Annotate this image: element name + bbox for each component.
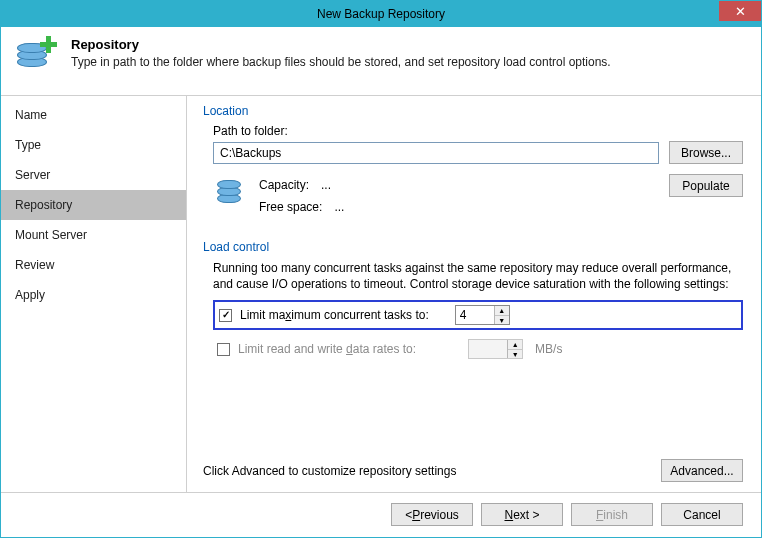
close-button[interactable]: ✕ [719, 1, 761, 21]
page-subtitle: Type in path to the folder where backup … [71, 55, 611, 69]
wizard-steps-sidebar: Name Type Server Repository Mount Server… [1, 96, 187, 492]
load-control-description: Running too many concurrent tasks agains… [213, 260, 743, 292]
freespace-value: ... [334, 200, 344, 214]
page-title: Repository [71, 37, 611, 52]
wizard-window: New Backup Repository ✕ Repository Type … [0, 0, 762, 538]
cancel-button[interactable]: Cancel [661, 503, 743, 526]
browse-button[interactable]: Browse... [669, 141, 743, 164]
wizard-footer: < Previous Next > Finish Cancel [1, 492, 761, 536]
path-input[interactable] [213, 142, 659, 164]
sidebar-item-server[interactable]: Server [1, 160, 186, 190]
sidebar-item-review[interactable]: Review [1, 250, 186, 280]
spinner-down-icon[interactable]: ▼ [495, 316, 509, 325]
limit-rate-input [469, 340, 507, 358]
sidebar-item-name[interactable]: Name [1, 100, 186, 130]
next-button[interactable]: Next > [481, 503, 563, 526]
capacity-value: ... [321, 178, 331, 192]
sidebar-item-type[interactable]: Type [1, 130, 186, 160]
repository-icon [15, 37, 59, 81]
limit-rate-spinner: ▲ ▼ [468, 339, 523, 359]
load-control-group-label: Load control [203, 240, 743, 254]
limit-tasks-input[interactable] [456, 306, 494, 324]
location-group-label: Location [203, 104, 743, 118]
wizard-content: Location Path to folder: Browse... Capac… [187, 96, 761, 492]
storage-icon [217, 178, 243, 206]
wizard-header: Repository Type in path to the folder wh… [1, 27, 761, 96]
limit-tasks-row: Limit maximum concurrent tasks to: ▲ ▼ [213, 300, 743, 330]
advanced-button[interactable]: Advanced... [661, 459, 743, 482]
spinner-down-icon: ▼ [508, 350, 522, 359]
capacity-label: Capacity: [259, 178, 309, 192]
sidebar-item-mount-server[interactable]: Mount Server [1, 220, 186, 250]
finish-button: Finish [571, 503, 653, 526]
limit-rate-row: Limit read and write data rates to: ▲ ▼ … [213, 336, 743, 362]
populate-button[interactable]: Populate [669, 174, 743, 197]
limit-rate-label: Limit read and write data rates to: [238, 342, 416, 356]
limit-tasks-label: Limit maximum concurrent tasks to: [240, 308, 429, 322]
spinner-up-icon: ▲ [508, 340, 522, 350]
titlebar: New Backup Repository ✕ [1, 1, 761, 27]
limit-rate-checkbox[interactable] [217, 343, 230, 356]
window-title: New Backup Repository [317, 7, 445, 21]
freespace-label: Free space: [259, 200, 322, 214]
limit-tasks-checkbox[interactable] [219, 309, 232, 322]
sidebar-item-apply[interactable]: Apply [1, 280, 186, 310]
previous-button[interactable]: < Previous [391, 503, 473, 526]
close-icon: ✕ [735, 4, 746, 19]
path-label: Path to folder: [213, 124, 743, 138]
advanced-hint: Click Advanced to customize repository s… [203, 464, 456, 478]
header-text: Repository Type in path to the folder wh… [71, 37, 611, 69]
sidebar-item-repository[interactable]: Repository [1, 190, 186, 220]
spinner-up-icon[interactable]: ▲ [495, 306, 509, 316]
limit-tasks-spinner[interactable]: ▲ ▼ [455, 305, 510, 325]
rate-unit: MB/s [535, 342, 562, 356]
